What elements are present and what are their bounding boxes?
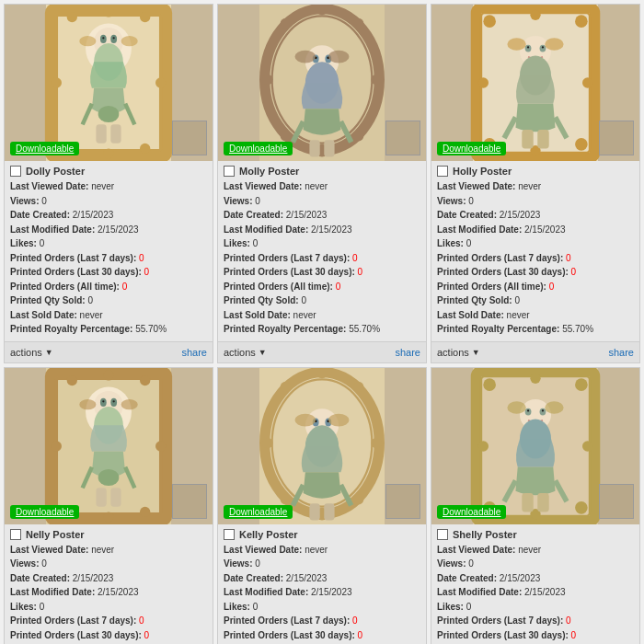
- svg-point-112: [281, 494, 291, 504]
- svg-rect-94: [96, 488, 106, 506]
- svg-point-106: [328, 413, 350, 426]
- info-ordersall-holly: Printed Orders (All time): 0: [437, 280, 634, 294]
- actions-arrow-holly: ▼: [472, 348, 480, 357]
- svg-point-55: [530, 10, 540, 20]
- downloadable-badge-nelly[interactable]: Downloadable: [10, 505, 79, 519]
- card-info-dolly: Dolly Poster Last Viewed Date: never Vie…: [5, 161, 213, 341]
- share-link-molly[interactable]: share: [395, 347, 420, 358]
- svg-point-51: [483, 15, 496, 28]
- info-royalty-dolly: Printed Royalty Percentage: 55.70%: [10, 322, 207, 337]
- info-last-viewed-kelly: Last Viewed Date: never: [224, 543, 420, 558]
- svg-point-12: [67, 12, 77, 22]
- thumbnail-holly[interactable]: [599, 121, 634, 155]
- svg-point-41: [281, 131, 291, 141]
- info-date-created-shelly: Date Created: 2/15/2023: [437, 571, 634, 586]
- svg-point-7: [102, 37, 104, 39]
- svg-point-35: [328, 51, 350, 63]
- info-orders7-dolly: Printed Orders (Last 7 days): 0: [10, 251, 207, 266]
- svg-point-89: [103, 512, 113, 522]
- checkbox-shelly[interactable]: [437, 529, 448, 540]
- svg-point-20: [98, 106, 120, 122]
- card-info-kelly: Kelly Poster Last Viewed Date: never Vie…: [218, 524, 426, 645]
- info-likes-kelly: Likes: 0: [224, 600, 420, 615]
- downloadable-badge-holly[interactable]: Downloadable: [437, 142, 506, 155]
- card-actions-holly: actions ▼ share: [431, 341, 639, 362]
- svg-point-84: [103, 370, 113, 380]
- info-views-molly: Views: 0: [224, 194, 420, 209]
- info-date-created-kelly: Date Created: 2/15/2023: [224, 571, 420, 586]
- downloadable-badge-kelly[interactable]: Downloadable: [224, 505, 293, 519]
- checkbox-dolly[interactable]: [10, 166, 21, 177]
- card-holly: Downloadable Holly Poster Last Viewed Da…: [431, 4, 640, 363]
- svg-rect-117: [309, 503, 319, 520]
- info-qty-holly: Printed Qty Sold: 0: [437, 293, 634, 308]
- svg-point-19: [140, 144, 150, 154]
- image-container-molly: Downloadable: [218, 5, 426, 161]
- card-molly: Downloadable Molly Poster Last Viewed Da…: [217, 4, 427, 363]
- actions-button-dolly[interactable]: actions ▼: [10, 347, 53, 358]
- info-last-sold-holly: Last Sold Date: never: [437, 308, 634, 323]
- svg-point-65: [545, 38, 563, 51]
- info-date-created-nelly: Date Created: 2/15/2023: [10, 571, 207, 586]
- image-container-kelly: Downloadable: [218, 368, 426, 524]
- actions-button-molly[interactable]: actions ▼: [224, 347, 267, 358]
- card-info-shelly: Shelly Poster Last Viewed Date: never Vi…: [431, 524, 639, 645]
- svg-point-105: [295, 413, 316, 426]
- info-orders30-kelly: Printed Orders (Last 30 days): 0: [224, 628, 420, 643]
- info-ordersall-molly: Printed Orders (All time): 0: [224, 280, 420, 294]
- svg-point-39: [262, 75, 272, 85]
- svg-rect-118: [324, 503, 334, 520]
- card-info-molly: Molly Poster Last Viewed Date: never Vie…: [218, 161, 426, 341]
- card-actions-dolly: actions ▼ share: [5, 341, 213, 362]
- svg-point-54: [575, 138, 588, 151]
- info-views-kelly: Views: 0: [224, 557, 420, 571]
- card-title-nelly: Nelly Poster: [26, 529, 85, 540]
- info-views-shelly: Views: 0: [437, 557, 634, 571]
- svg-point-110: [262, 437, 272, 447]
- checkbox-kelly[interactable]: [224, 529, 235, 540]
- thumbnail-molly[interactable]: [385, 121, 420, 155]
- info-orders30-shelly: Printed Orders (Last 30 days): 0: [437, 628, 634, 643]
- svg-point-90: [140, 506, 150, 516]
- downloadable-badge-shelly[interactable]: Downloadable: [437, 505, 506, 519]
- card-title-dolly: Dolly Poster: [26, 166, 85, 177]
- downloadable-badge-dolly[interactable]: Downloadable: [10, 142, 79, 155]
- svg-point-135: [507, 401, 525, 414]
- info-last-modified-nelly: Last Modified Date: 2/15/2023: [10, 585, 207, 600]
- svg-point-78: [102, 400, 104, 402]
- downloadable-badge-molly[interactable]: Downloadable: [224, 142, 293, 155]
- svg-point-77: [110, 397, 117, 406]
- share-link-dolly[interactable]: share: [181, 347, 207, 358]
- svg-point-76: [100, 397, 107, 406]
- product-grid: Downloadable Dolly Poster Last Viewed Da…: [0, 0, 644, 644]
- info-last-sold-dolly: Last Sold Date: never: [10, 308, 207, 323]
- info-qty-dolly: Printed Qty Sold: 0: [10, 293, 207, 308]
- info-date-created-dolly: Date Created: 2/15/2023: [10, 208, 207, 223]
- thumbnail-kelly[interactable]: [385, 484, 420, 519]
- info-orders30-holly: Printed Orders (Last 30 days): 0: [437, 265, 634, 280]
- svg-point-111: [371, 437, 381, 447]
- svg-point-42: [353, 131, 363, 141]
- info-last-modified-molly: Last Modified Date: 2/15/2023: [224, 223, 420, 237]
- actions-arrow-molly: ▼: [259, 348, 267, 357]
- share-link-holly[interactable]: share: [608, 347, 634, 358]
- svg-rect-23: [96, 124, 106, 143]
- svg-point-123: [575, 378, 588, 391]
- svg-point-108: [281, 381, 291, 391]
- actions-arrow-dolly: ▼: [45, 348, 53, 357]
- svg-rect-46: [309, 140, 319, 156]
- svg-point-86: [52, 441, 62, 451]
- checkbox-holly[interactable]: [437, 166, 448, 177]
- thumbnail-shelly[interactable]: [599, 484, 634, 519]
- svg-point-14: [140, 12, 150, 22]
- checkbox-nelly[interactable]: [10, 529, 21, 540]
- svg-point-64: [507, 38, 525, 51]
- svg-point-134: [542, 409, 544, 411]
- thumbnail-dolly[interactable]: [172, 121, 207, 155]
- thumbnail-nelly[interactable]: [172, 484, 207, 519]
- svg-point-16: [155, 77, 166, 87]
- svg-point-15: [52, 77, 62, 87]
- checkbox-molly[interactable]: [224, 166, 235, 177]
- actions-button-holly[interactable]: actions ▼: [437, 347, 480, 358]
- info-royalty-holly: Printed Royalty Percentage: 55.70%: [437, 322, 634, 337]
